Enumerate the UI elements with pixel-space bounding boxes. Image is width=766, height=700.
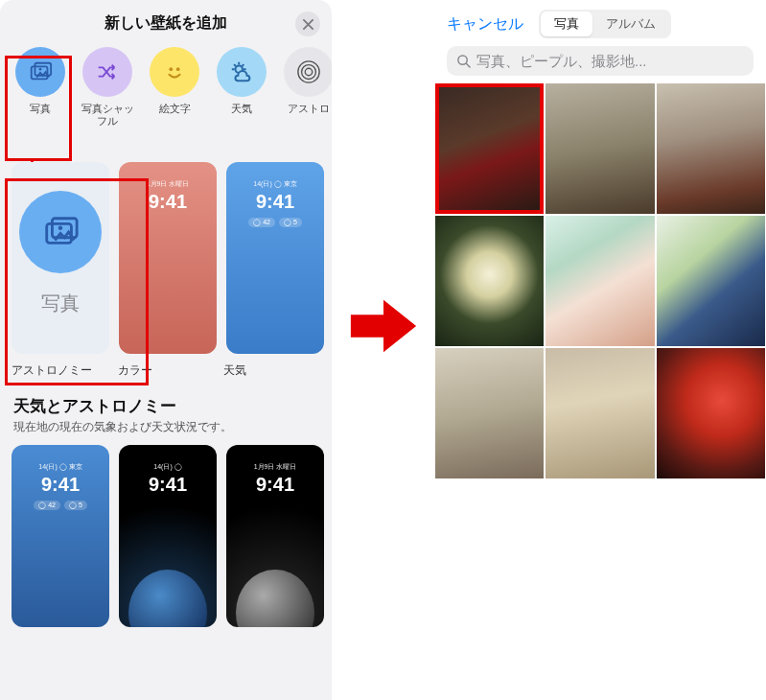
modal-title: 新しい壁紙を追加 bbox=[104, 13, 227, 34]
search-bar bbox=[435, 46, 765, 83]
svg-point-4 bbox=[176, 67, 180, 71]
close-icon bbox=[303, 19, 313, 30]
caption-astronomy: アストロノミー bbox=[12, 363, 108, 378]
picker-header: キャンセル 写真 アルバム bbox=[435, 0, 765, 46]
svg-point-3 bbox=[169, 67, 173, 71]
tab-photos[interactable]: 写真 bbox=[541, 12, 592, 36]
category-weather[interactable]: 天気 bbox=[215, 47, 268, 128]
weather-sun-cloud-icon bbox=[229, 59, 254, 84]
tile-time-label: 9:41 bbox=[119, 191, 217, 213]
tile-earth[interactable]: 14(日) ◯ 9:41 bbox=[119, 445, 217, 627]
arrow-indicator bbox=[332, 0, 435, 700]
close-button[interactable] bbox=[295, 12, 320, 36]
svg-point-6 bbox=[305, 68, 312, 75]
wallpaper-caption-row: アストロノミー カラー 天気 bbox=[0, 360, 332, 378]
caption-weather: 天気 bbox=[223, 363, 320, 378]
section-subtitle: 現在地の現在の気象および天文状況です。 bbox=[0, 419, 332, 445]
category-label: 天気 bbox=[231, 103, 252, 115]
svg-point-2 bbox=[39, 68, 42, 71]
category-row: 写真 写真シャッフル bbox=[0, 43, 332, 133]
photo-grid bbox=[435, 83, 765, 478]
tile-time-label: 9:41 bbox=[226, 474, 324, 496]
wallpaper-preview-row: 写真 1月9日 水曜日 9:41 14(日) ◯ 東京 9:41 ◯ 42 ◯ … bbox=[0, 133, 332, 360]
tile-date-label: 14(日) ◯ 東京 bbox=[12, 462, 109, 472]
category-label: 絵文字 bbox=[159, 103, 191, 115]
tile-date-label: 14(日) ◯ 東京 bbox=[226, 179, 324, 189]
moon-graphic bbox=[236, 570, 314, 627]
modal-header: 新しい壁紙を追加 bbox=[0, 0, 332, 43]
tile-time-label: 9:41 bbox=[226, 191, 324, 213]
search-input[interactable] bbox=[476, 53, 744, 69]
photo-thumbnail[interactable] bbox=[545, 216, 654, 346]
tile-weather-live[interactable]: 14(日) ◯ 東京 9:41 ◯ 42 ◯ 5 bbox=[12, 445, 109, 627]
photo-picker-screen: キャンセル 写真 アルバム bbox=[435, 0, 765, 700]
tile-widget-row: ◯ 42 ◯ 5 bbox=[21, 501, 100, 510]
wallpaper-tile-photo-label: 写真 bbox=[41, 291, 80, 316]
widget-cond: ◯ 5 bbox=[279, 218, 302, 227]
tile-widget-row: ◯ 42 ◯ 5 bbox=[236, 218, 314, 227]
tile-date-label: 1月9日 水曜日 bbox=[226, 462, 324, 472]
photo-thumbnail[interactable] bbox=[657, 348, 765, 478]
category-label: アストロ bbox=[288, 103, 330, 115]
category-astronomy[interactable]: アストロ bbox=[282, 47, 332, 128]
search-field[interactable] bbox=[447, 46, 754, 76]
earth-graphic bbox=[128, 570, 207, 627]
category-emoji[interactable]: 絵文字 bbox=[148, 47, 201, 128]
photo-thumbnail[interactable] bbox=[435, 216, 544, 346]
svg-point-11 bbox=[58, 225, 63, 230]
weather-astronomy-row: 14(日) ◯ 東京 9:41 ◯ 42 ◯ 5 14(日) ◯ 9:41 1月… bbox=[0, 445, 332, 627]
photo-thumbnail[interactable] bbox=[545, 83, 654, 214]
photo-thumbnail[interactable] bbox=[657, 83, 765, 214]
tile-time-label: 9:41 bbox=[119, 474, 217, 496]
svg-point-7 bbox=[302, 65, 316, 80]
widget-cond: ◯ 5 bbox=[64, 501, 87, 510]
wallpaper-tile-weather[interactable]: 14(日) ◯ 東京 9:41 ◯ 42 ◯ 5 bbox=[226, 162, 324, 354]
widget-temp: ◯ 42 bbox=[34, 501, 60, 510]
wallpaper-tile-color[interactable]: 1月9日 水曜日 9:41 bbox=[119, 162, 217, 354]
tile-date-label: 14(日) ◯ bbox=[119, 462, 217, 472]
search-icon bbox=[456, 54, 471, 68]
svg-rect-10 bbox=[52, 219, 77, 238]
tile-moon[interactable]: 1月9日 水曜日 9:41 bbox=[226, 445, 324, 627]
photo-gallery-icon bbox=[41, 213, 80, 251]
emoji-smile-icon bbox=[162, 59, 187, 84]
tab-albums[interactable]: アルバム bbox=[592, 12, 669, 36]
category-label: 写真シャッフル bbox=[81, 103, 134, 128]
photo-thumbnail[interactable] bbox=[657, 216, 765, 346]
photo-thumbnail[interactable] bbox=[435, 348, 544, 478]
caption-color: カラー bbox=[118, 363, 215, 378]
astronomy-icon bbox=[296, 59, 321, 84]
category-label: 写真 bbox=[30, 103, 51, 115]
add-wallpaper-screen: 新しい壁紙を追加 写真 bbox=[0, 0, 332, 700]
category-shuffle[interactable]: 写真シャッフル bbox=[81, 47, 134, 128]
wallpaper-tile-photo[interactable]: 写真 bbox=[12, 162, 109, 354]
category-photo[interactable]: 写真 bbox=[13, 47, 67, 128]
photo-thumbnail-selected[interactable] bbox=[435, 83, 544, 214]
photo-thumbnail[interactable] bbox=[545, 348, 654, 478]
shuffle-icon bbox=[95, 59, 120, 84]
photo-gallery-icon bbox=[28, 59, 53, 84]
segmented-control: 写真 アルバム bbox=[539, 10, 671, 38]
tile-date-label: 1月9日 水曜日 bbox=[119, 179, 217, 189]
arrow-right-icon bbox=[346, 289, 421, 363]
section-title: 天気とアストロノミー bbox=[0, 378, 332, 419]
tile-time-label: 9:41 bbox=[12, 474, 109, 496]
widget-temp: ◯ 42 bbox=[248, 218, 275, 227]
svg-rect-1 bbox=[35, 63, 51, 76]
cancel-button[interactable]: キャンセル bbox=[447, 14, 523, 35]
